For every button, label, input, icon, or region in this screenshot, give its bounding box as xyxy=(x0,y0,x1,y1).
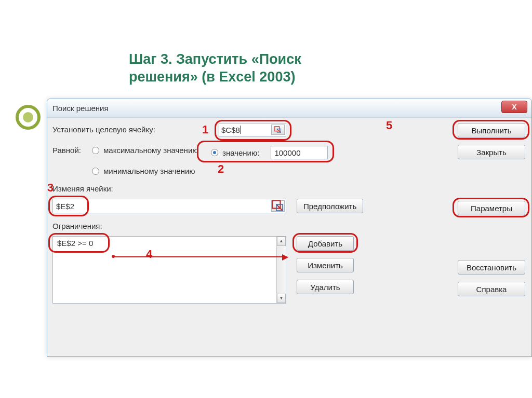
annotation-number-5: 5 xyxy=(386,119,392,132)
range-picker-icon[interactable] xyxy=(271,125,285,135)
equal-label: Равной: xyxy=(52,146,81,155)
heading-line-2: решения» (в Excel 2003) xyxy=(129,69,295,85)
close-icon: X xyxy=(512,103,516,111)
range-picker-icon[interactable] xyxy=(271,200,285,212)
target-cell-value: $C$8 xyxy=(221,126,240,134)
text-cursor xyxy=(241,126,241,134)
constraint-item[interactable]: $E$2 >= 0 xyxy=(53,237,286,250)
value-input-text: 100000 xyxy=(274,148,300,157)
constraints-label: Ограничения: xyxy=(52,222,102,230)
close-button[interactable]: Закрыть xyxy=(458,145,525,159)
changing-cells-input[interactable]: $E$2 xyxy=(52,199,286,213)
radio-min[interactable] xyxy=(92,168,99,175)
radio-max-label: максимальному значению xyxy=(103,146,198,155)
annotation-arrow-4 xyxy=(114,256,287,257)
value-input[interactable]: 100000 xyxy=(271,146,328,159)
target-cell-label: Установить целевую ячейку: xyxy=(52,125,155,134)
scroll-up-icon[interactable]: ▲ xyxy=(277,237,286,246)
changing-cells-label: Изменяя ячейки: xyxy=(52,184,113,193)
target-cell-input[interactable]: $C$8 xyxy=(219,123,286,136)
bullet-decoration xyxy=(16,105,41,130)
heading-line-1: Шаг 3. Запустить «Поиск xyxy=(129,51,301,67)
changing-cells-value: $E$2 xyxy=(56,202,74,211)
reset-button[interactable]: Восстановить xyxy=(458,260,525,275)
radio-min-label: минимальному значению xyxy=(103,167,195,175)
add-constraint-button[interactable]: Добавить xyxy=(297,236,354,251)
annotation-number-4: 4 xyxy=(146,248,152,261)
solve-button[interactable]: Выполнить xyxy=(458,123,525,138)
help-button[interactable]: Справка xyxy=(458,282,525,296)
dialog-wrapper: Поиск решения X Установить целевую ячейк… xyxy=(47,99,532,357)
solver-dialog: Поиск решения X Установить целевую ячейк… xyxy=(47,99,532,357)
annotation-number-1: 1 xyxy=(202,123,208,136)
annotation-number-2: 2 xyxy=(218,162,224,176)
dialog-title: Поиск решения xyxy=(52,104,109,113)
annotation-number-3: 3 xyxy=(47,181,54,195)
scroll-down-icon[interactable]: ▼ xyxy=(277,294,286,303)
edit-constraint-button[interactable]: Изменить xyxy=(297,258,354,272)
listbox-scrollbar[interactable]: ▲ ▼ xyxy=(276,237,286,303)
radio-max[interactable] xyxy=(92,147,99,154)
delete-constraint-button[interactable]: Удалить xyxy=(297,280,354,294)
guess-button[interactable]: Предположить xyxy=(297,199,363,213)
options-button[interactable]: Параметры xyxy=(458,201,525,215)
titlebar: Поиск решения xyxy=(47,99,531,118)
radio-value-label: значению: xyxy=(222,148,259,157)
slide-heading: Шаг 3. Запустить «Поиск решения» (в Exce… xyxy=(129,51,301,86)
window-close-button[interactable]: X xyxy=(501,101,527,113)
radio-value[interactable] xyxy=(211,149,218,156)
constraints-listbox[interactable]: $E$2 >= 0 ▲ ▼ xyxy=(52,236,286,304)
